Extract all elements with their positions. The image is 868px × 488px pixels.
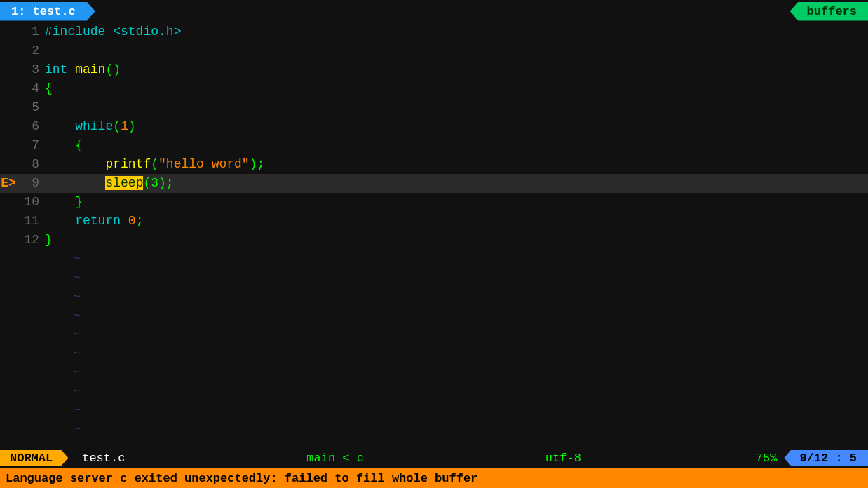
tilde-line-0: ~ [0, 250, 868, 269]
tilde-line-7: ~ [0, 382, 868, 401]
code-line-10: 10 } [0, 193, 868, 212]
line-number-6: 6 [17, 117, 45, 136]
line-content-11: return 0; [45, 212, 868, 231]
position-status: 9/12 : 5 [784, 450, 868, 466]
encoding-status: utf-8 [531, 452, 595, 465]
line-content-7: { [45, 136, 868, 155]
tilde-line-8: ~ [0, 401, 868, 420]
error-bar: Language server c exited unexpectedly: f… [0, 468, 868, 488]
tilde-line-2: ~ [0, 287, 868, 306]
code-line-9: E>9 sleep(3); [0, 174, 868, 193]
active-tab[interactable]: 1: test.c [0, 2, 95, 21]
code-area: 1#include <stdio.h>23int main()4{56 whil… [0, 22, 868, 447]
tilde-line-4: ~ [0, 325, 868, 344]
error-message: Language server c exited unexpectedly: f… [6, 472, 477, 485]
code-line-5: 5 [0, 98, 868, 117]
tilde-line-6: ~ [0, 363, 868, 382]
line-number-12: 12 [17, 231, 45, 250]
code-line-8: 8 printf("hello word"); [0, 155, 868, 174]
buffers-button[interactable]: buffers [790, 2, 868, 21]
line-number-7: 7 [17, 136, 45, 155]
context-status: main < c [292, 452, 378, 465]
line-number-4: 4 [17, 79, 45, 98]
line-content-6: while(1) [45, 117, 868, 136]
line-number-11: 11 [17, 212, 45, 231]
code-line-11: 11 return 0; [0, 212, 868, 231]
line-content-9: sleep(3); [45, 174, 868, 193]
code-line-6: 6 while(1) [0, 117, 868, 136]
line-number-9: 9 [17, 174, 45, 193]
tilde-line-1: ~ [0, 269, 868, 287]
editor-container: 1: test.c buffers 1#include <stdio.h>23i… [0, 0, 868, 488]
line-number-1: 1 [17, 22, 45, 41]
code-line-12: 12} [0, 231, 868, 250]
code-line-4: 4{ [0, 79, 868, 98]
zoom-status: 75% [749, 452, 785, 465]
code-line-1: 1#include <stdio.h> [0, 22, 868, 41]
code-line-7: 7 { [0, 136, 868, 155]
code-line-2: 2 [0, 41, 868, 60]
line-number-3: 3 [17, 60, 45, 79]
line-number-2: 2 [17, 41, 45, 60]
line-content-4: { [45, 79, 868, 98]
code-line-3: 3int main() [0, 60, 868, 79]
mode-badge: NORMAL [0, 450, 68, 466]
filename-status: test.c [68, 452, 139, 465]
line-number-8: 8 [17, 155, 45, 174]
line-content-3: int main() [45, 60, 868, 79]
tilde-line-5: ~ [0, 344, 868, 363]
line-number-10: 10 [17, 193, 45, 212]
line-content-12: } [45, 231, 868, 250]
line-content-1: #include <stdio.h> [45, 22, 868, 41]
tilde-line-9: ~ [0, 420, 868, 439]
line-indicator-9: E> [0, 174, 17, 193]
status-bar: NORMAL test.c main < c utf-8 75% 9/12 : … [0, 447, 868, 468]
line-content-8: printf("hello word"); [45, 155, 868, 174]
line-number-5: 5 [17, 98, 45, 117]
tilde-line-3: ~ [0, 306, 868, 325]
line-content-10: } [45, 193, 868, 212]
tab-bar: 1: test.c buffers [0, 0, 868, 22]
